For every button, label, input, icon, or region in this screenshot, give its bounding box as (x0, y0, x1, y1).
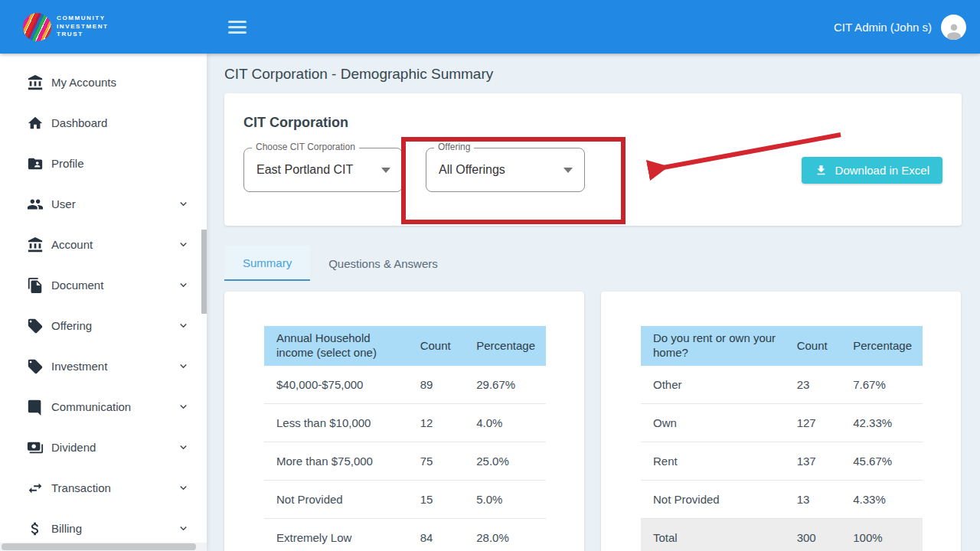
table-row: Extremely Low 84 28.0% (264, 519, 546, 551)
corporation-select-label: Choose CIT Corporation (252, 142, 359, 152)
table-row: More than $75,000 75 25.0% (264, 442, 546, 481)
sidebar-item-user[interactable]: User (0, 184, 207, 224)
sidebar-item-dashboard[interactable]: Dashboard (0, 103, 207, 143)
offering-select-label: Offering (434, 142, 474, 152)
tag-icon (27, 358, 44, 375)
sidebar-item-label: Communication (51, 400, 177, 413)
table-row: $40,000-$75,000 89 29.67% (264, 366, 546, 404)
table-row: Own 127 42.33% (641, 404, 923, 442)
chat-icon (27, 399, 44, 416)
chevron-down-icon (177, 319, 190, 332)
table-header-count: Count (408, 334, 465, 359)
main-content: CIT Corporation - Demographic Summary CI… (207, 54, 980, 551)
chevron-down-icon (177, 279, 190, 292)
chevron-down-icon (177, 522, 190, 535)
income-table-card: Annual Household income (select one) Cou… (224, 292, 584, 551)
tab-bar: Summary Questions & Answers (224, 246, 962, 281)
wallet-icon (27, 439, 44, 456)
sidebar-horizontal-scrollbar[interactable] (2, 543, 196, 550)
filter-card: CIT Corporation Choose CIT Corporation E… (224, 93, 962, 226)
table-row: Total 300 100% (641, 519, 923, 551)
filter-card-title: CIT Corporation (243, 115, 942, 131)
chevron-down-icon (177, 481, 190, 494)
sidebar-item-label: Billing (51, 522, 177, 535)
download-excel-button[interactable]: Download in Excel (802, 157, 942, 184)
table-header-count: Count (785, 334, 841, 359)
app-logo: COMMUNITY INVESTMENT TRUST (0, 13, 207, 41)
dropdown-caret-icon (381, 168, 390, 173)
sidebar-item-label: User (51, 197, 177, 210)
tag-icon (27, 318, 44, 334)
table-row: Other 23 7.67% (641, 366, 923, 404)
sidebar-item-label: Dashboard (51, 116, 190, 129)
sidebar-item-document[interactable]: Document (0, 265, 207, 305)
page-title: CIT Corporation - Demographic Summary (224, 66, 962, 83)
document-icon (27, 277, 44, 294)
table-row: Less than $10,000 12 4.0% (264, 404, 546, 442)
sidebar-vertical-scrollbar[interactable] (201, 230, 207, 314)
sidebar-item-label: Offering (51, 319, 177, 332)
sidebar-item-label: Document (51, 279, 177, 292)
tab-summary[interactable]: Summary (224, 246, 310, 281)
tab-questions-answers[interactable]: Questions & Answers (310, 246, 456, 281)
dollar-icon (27, 520, 44, 537)
sidebar-item-investment[interactable]: Investment (0, 346, 207, 386)
table-header-percentage: Percentage (841, 334, 923, 359)
sidebar-item-label: Investment (51, 360, 177, 373)
download-icon (815, 164, 828, 177)
sidebar: My Accounts Dashboard Profile User (0, 54, 207, 551)
rent-own-table-card: Do you rent or own your home? Count Perc… (601, 292, 961, 551)
corporation-select-value: East Portland CIT (256, 163, 381, 177)
sidebar-item-label: Transaction (51, 481, 177, 494)
sidebar-item-profile[interactable]: Profile (0, 143, 207, 184)
swap-icon (27, 480, 44, 497)
table-row: Not Provided 15 5.0% (264, 481, 546, 519)
chevron-down-icon (177, 441, 190, 454)
avatar[interactable] (941, 15, 966, 40)
logo-icon (23, 13, 51, 41)
chevron-down-icon (177, 400, 190, 413)
table-header-question: Do you rent or own your home? (641, 326, 785, 366)
table-header-row: Annual Household income (select one) Cou… (264, 326, 546, 366)
table-header-percentage: Percentage (464, 334, 546, 359)
table-row: Not Provided 13 4.33% (641, 481, 923, 519)
sidebar-item-label: Dividend (51, 441, 177, 454)
sidebar-item-label: Profile (51, 157, 190, 170)
sidebar-item-communication[interactable]: Communication (0, 386, 207, 427)
logo-text: COMMUNITY INVESTMENT TRUST (57, 15, 109, 39)
people-icon (27, 196, 44, 213)
sidebar-item-label: My Accounts (51, 76, 190, 89)
bank-icon (27, 74, 44, 91)
offering-select[interactable]: Offering All Offerings (426, 148, 585, 192)
chevron-down-icon (177, 360, 190, 373)
offering-select-value: All Offerings (439, 163, 564, 177)
app-header: COMMUNITY INVESTMENT TRUST CIT Admin (Jo… (0, 0, 980, 54)
home-icon (27, 115, 44, 132)
sidebar-item-offering[interactable]: Offering (0, 305, 207, 346)
person-icon (944, 20, 964, 40)
sidebar-item-account[interactable]: Account (0, 224, 207, 265)
corporation-select[interactable]: Choose CIT Corporation East Portland CIT (243, 148, 403, 192)
sidebar-item-transaction[interactable]: Transaction (0, 468, 207, 508)
sidebar-item-label: Account (51, 238, 177, 251)
table-header-row: Do you rent or own your home? Count Perc… (641, 326, 923, 366)
sidebar-horizontal-scrollbar-track (0, 543, 207, 551)
sidebar-item-dividend[interactable]: Dividend (0, 427, 207, 468)
bank-icon (27, 236, 44, 253)
chevron-down-icon (177, 238, 190, 251)
sidebar-item-my-accounts[interactable]: My Accounts (0, 62, 207, 103)
dropdown-caret-icon (564, 168, 573, 173)
folder-user-icon (27, 155, 44, 172)
chevron-down-icon (177, 197, 190, 210)
table-row: Rent 137 45.67% (641, 442, 923, 481)
hamburger-menu-icon[interactable] (228, 18, 247, 37)
table-header-question: Annual Household income (select one) (264, 326, 408, 366)
user-account-label[interactable]: CIT Admin (John s) (834, 21, 932, 34)
